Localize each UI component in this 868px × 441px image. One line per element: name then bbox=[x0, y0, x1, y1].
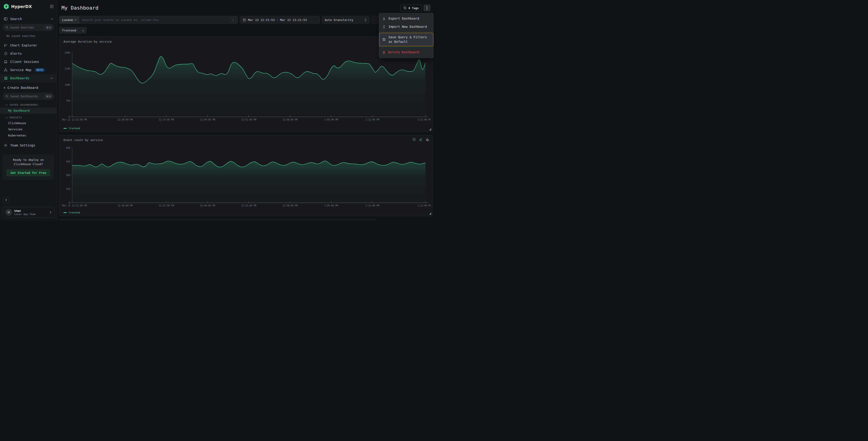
sidebar-item-service-map[interactable]: Service Map BETA bbox=[0, 66, 57, 74]
svg-text:1:05:00 PM: 1:05:00 PM bbox=[324, 118, 338, 121]
svg-text:12:30:00 PM: 12:30:00 PM bbox=[118, 118, 133, 121]
hyperdx-app: HyperDX Search Saved Se bbox=[0, 0, 434, 220]
chevron-down-icon bbox=[5, 104, 8, 106]
close-icon[interactable]: ✕ bbox=[82, 29, 84, 32]
section-label: SAVED DASHBOARDS bbox=[9, 104, 38, 107]
page-title: My Dashboard bbox=[61, 5, 99, 11]
chevron-right-icon bbox=[50, 211, 52, 214]
chevron-up-icon bbox=[51, 18, 53, 20]
dashboard-menu-button[interactable] bbox=[424, 5, 430, 11]
saved-dashboards-placeholder: Saved Dashboards bbox=[10, 94, 43, 98]
saved-searches-input[interactable]: Saved Searches ⌘ K bbox=[3, 24, 54, 31]
menu-item-delete-dashboard[interactable]: Delete Dashboard bbox=[379, 48, 433, 57]
calendar-icon bbox=[243, 18, 246, 22]
gear-icon bbox=[4, 144, 8, 147]
chart-legend: frontend bbox=[64, 127, 80, 129]
download-icon bbox=[382, 17, 386, 20]
svg-text:12:44:00 PM: 12:44:00 PM bbox=[200, 204, 215, 207]
svg-text:280K: 280K bbox=[65, 52, 70, 54]
bar-chart-toggle-icon[interactable] bbox=[426, 138, 429, 141]
sidebar-item-search[interactable]: Search bbox=[0, 15, 57, 23]
sidebar-item-label: Service Map bbox=[10, 68, 31, 72]
user-name: User bbox=[14, 209, 35, 212]
sidebar-item-alerts[interactable]: Alerts bbox=[0, 50, 57, 58]
filter-chips: frontend ✕ bbox=[59, 27, 87, 34]
svg-text:0: 0 bbox=[69, 202, 70, 204]
chip-label: frontend bbox=[62, 29, 76, 32]
get-started-button[interactable]: Get Started for Free bbox=[6, 169, 50, 176]
line-chart-toggle-icon[interactable] bbox=[419, 138, 423, 141]
section-presets[interactable]: PRESETS bbox=[0, 114, 57, 120]
event-search-input[interactable]: Search your events w/ Lucene ex. column:… bbox=[79, 16, 238, 24]
svg-text:12:30:00 PM: 12:30:00 PM bbox=[118, 204, 133, 207]
upload-icon bbox=[382, 25, 386, 28]
create-dashboard-button[interactable]: + Create Dashboard bbox=[0, 84, 57, 92]
sidebar-item-dashboards[interactable]: Dashboards bbox=[0, 74, 57, 82]
menu-item-import-dashboard[interactable]: Import New Dashboard bbox=[379, 23, 433, 31]
preset-services[interactable]: Services bbox=[0, 126, 57, 133]
user-card[interactable]: U User Local App Team bbox=[3, 207, 55, 218]
preset-kubernetes[interactable]: Kubernetes bbox=[0, 133, 57, 139]
header-actions: 0 Tags bbox=[401, 5, 430, 11]
svg-text:12:51:00 PM: 12:51:00 PM bbox=[241, 204, 256, 207]
app-title: HyperDX bbox=[11, 4, 32, 9]
user-team: Local App Team bbox=[14, 213, 35, 216]
svg-text:1:12:00 PM: 1:12:00 PM bbox=[366, 204, 379, 207]
collapse-sidebar-icon[interactable] bbox=[50, 5, 54, 8]
chevron-down-icon bbox=[74, 19, 76, 21]
no-saved-searches-text: No saved searches bbox=[0, 32, 57, 40]
svg-text:12:44:00 PM: 12:44:00 PM bbox=[200, 118, 215, 121]
save-icon bbox=[382, 38, 386, 41]
main-content: My Dashboard 0 Tags Lucene bbox=[57, 0, 434, 220]
menu-item-label: Save Query & Filters as Default bbox=[389, 35, 430, 44]
next-panel-edge bbox=[59, 219, 376, 220]
svg-text:12:58:00 PM: 12:58:00 PM bbox=[282, 118, 298, 121]
sidebar-item-label: Alerts bbox=[10, 52, 22, 55]
shortcut-badge: ⌘ K bbox=[44, 26, 53, 30]
menu-item-save-default[interactable]: Save Query & Filters as Default bbox=[379, 33, 433, 46]
slash-shortcut-badge: / bbox=[230, 18, 236, 22]
sidebar-item-client-sessions[interactable]: Client Sessions bbox=[0, 58, 57, 66]
sidebar-item-label: Dashboards bbox=[10, 76, 29, 80]
time-range-icon[interactable] bbox=[412, 138, 416, 141]
svg-text:1:12:00 PM: 1:12:00 PM bbox=[366, 118, 379, 121]
legend-swatch bbox=[64, 128, 67, 129]
select-chevrons-icon bbox=[365, 18, 367, 22]
query-language-select[interactable]: Lucene bbox=[59, 16, 79, 24]
sidebar-item-team-settings[interactable]: Team Settings bbox=[0, 141, 57, 149]
search-icon bbox=[5, 26, 8, 29]
chevron-down-icon bbox=[5, 117, 8, 118]
panel-resize-handle[interactable] bbox=[429, 128, 431, 130]
panel-resize-handle[interactable] bbox=[429, 213, 431, 214]
filter-chip-frontend[interactable]: frontend ✕ bbox=[59, 27, 87, 34]
svg-text:0: 0 bbox=[69, 116, 70, 118]
section-saved-dashboards[interactable]: SAVED DASHBOARDS bbox=[0, 101, 57, 107]
avatar: U bbox=[5, 209, 12, 216]
promo-text: Ready to deploy on ClickHouse Cloud? bbox=[5, 158, 51, 167]
menu-divider bbox=[379, 32, 433, 32]
menu-item-export-dashboard[interactable]: Export Dashboard bbox=[379, 14, 433, 23]
sidebar-item-chart-explorer[interactable]: Chart Explorer bbox=[0, 41, 57, 50]
svg-text:1:05:00 PM: 1:05:00 PM bbox=[324, 204, 338, 207]
legend-label: frontend bbox=[68, 211, 80, 214]
line-chart[interactable]: 070K140K210K280KMar 12 12:21:00 PM12:30:… bbox=[61, 37, 431, 124]
chart-explorer-icon bbox=[4, 43, 8, 47]
saved-searches-placeholder: Saved Searches bbox=[10, 26, 43, 29]
svg-text:Mar 12 12:21:00 PM: Mar 12 12:21:00 PM bbox=[62, 204, 87, 207]
saved-dashboard-my-dashboard[interactable]: My Dashboard bbox=[0, 108, 57, 114]
section-label: PRESETS bbox=[9, 116, 22, 119]
line-chart[interactable]: 0150300450600Mar 12 12:21:00 PM12:30:00 … bbox=[61, 135, 431, 208]
svg-text:450: 450 bbox=[66, 160, 70, 163]
help-button[interactable]: ? bbox=[3, 197, 9, 204]
sidebar: HyperDX Search Saved Se bbox=[0, 0, 57, 220]
preset-clickhouse[interactable]: ClickHouse bbox=[0, 120, 57, 126]
date-range-picker[interactable]: Mar 12 12:21:53 - Mar 12 13:21:53 bbox=[240, 16, 320, 24]
granularity-select[interactable]: Auto Granularity bbox=[322, 16, 370, 24]
saved-dashboards-input[interactable]: Saved Dashboards ⌘ K bbox=[3, 93, 54, 100]
shortcut-badge: ⌘ K bbox=[44, 94, 53, 98]
svg-text:140K: 140K bbox=[65, 84, 70, 86]
tags-button[interactable]: 0 Tags bbox=[401, 5, 422, 11]
svg-text:300: 300 bbox=[66, 174, 70, 177]
svg-text:12:58:00 PM: 12:58:00 PM bbox=[282, 204, 298, 207]
clickhouse-cloud-promo: Ready to deploy on ClickHouse Cloud? Get… bbox=[3, 154, 54, 180]
